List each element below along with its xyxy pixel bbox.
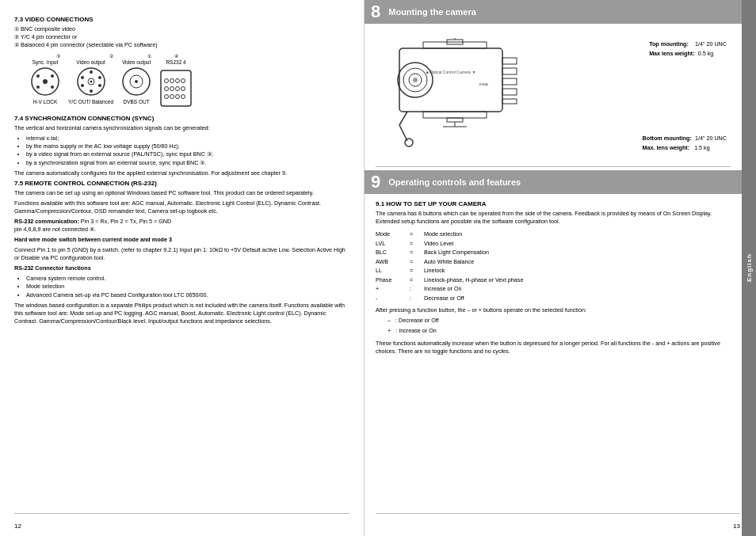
section-75: 7.5 REMOTE CONTROL CONNECTION (RS-232) T… xyxy=(14,180,349,325)
svg-point-38 xyxy=(413,78,418,82)
page-number-right: 13 xyxy=(733,523,740,530)
left-page: 7.3 VIDEO CONNECTIONS ① BNC composite vi… xyxy=(0,0,365,536)
connector-title: RS-232 Connector functions xyxy=(14,264,349,272)
plus-desc: + : Increase or On xyxy=(388,327,731,335)
svg-rect-43 xyxy=(502,99,517,104)
controls-row-mode: Mode = Mode selection xyxy=(376,230,731,239)
svg-text:■ Optical Control Camera ▼: ■ Optical Control Camera ▼ xyxy=(426,70,476,74)
english-language-tab: English xyxy=(742,0,756,536)
svg-point-22 xyxy=(181,79,185,83)
section-8-content: ■ Optical Control Camera ▼ 1080A Top mou… xyxy=(365,30,742,163)
section-74: 7.4 SYNCHRONIZATION CONNECTION (SYNC) Th… xyxy=(14,115,349,177)
auto-increase-text: These functions automatically increase w… xyxy=(376,340,731,355)
svg-point-9 xyxy=(81,76,84,79)
svg-point-21 xyxy=(176,79,180,83)
svg-point-5 xyxy=(51,86,54,89)
section-73: 7.3 VIDEO CONNECTIONS ① BNC composite vi… xyxy=(14,16,349,49)
page-number-left: 12 xyxy=(14,523,21,530)
svg-text:1080A: 1080A xyxy=(479,82,488,86)
section-74-body1: The vertical and horizontal camera synch… xyxy=(14,124,349,132)
controls-table: Mode = Mode selection LVL = Video Level … xyxy=(376,230,731,302)
svg-rect-42 xyxy=(502,89,517,95)
section-73-title: 7.3 VIDEO CONNECTIONS xyxy=(14,16,349,23)
svg-point-23 xyxy=(165,87,169,91)
section-75-body2: Functions available with this software t… xyxy=(14,200,349,215)
section-91-intro: The camera has 8 buttons which can be op… xyxy=(376,210,731,226)
camera-illustration: ■ Optical Control Camera ▼ 1080A xyxy=(376,38,542,150)
section-9-content: 9.1 HOW TO SET UP YOUR CAMERA The camera… xyxy=(365,200,742,364)
right-content: 8 Mounting the camera xyxy=(365,0,742,536)
svg-point-11 xyxy=(81,84,84,87)
section-9-title: Operating controls and features xyxy=(388,177,521,187)
video-output1-diagram: ② Video output Y/C OUT/ Balanced xyxy=(68,53,113,105)
hard-wire-body: Connect Pin 1 to pin 5 (GND) by a switch… xyxy=(14,246,349,262)
video-output2-diagram: ① Video output DVBS OUT xyxy=(121,53,151,105)
section-73-items: ① BNC composite video ② Y/C 4 pin connec… xyxy=(14,25,349,49)
right-page: 8 Mounting the camera xyxy=(365,0,756,536)
controls-row-plus: + : Increase or On xyxy=(376,284,731,294)
svg-point-4 xyxy=(36,86,40,89)
svg-rect-48 xyxy=(447,118,463,122)
svg-rect-41 xyxy=(502,78,517,85)
right-bottom-divider xyxy=(376,513,740,514)
sync-input-diagram: ③ Sync. Input H-V LOCK xyxy=(30,53,60,105)
svg-point-17 xyxy=(135,80,138,83)
svg-point-10 xyxy=(98,76,101,79)
svg-point-2 xyxy=(36,74,40,78)
section-91-title: 9.1 HOW TO SET UP YOUR CAMERA xyxy=(376,200,731,207)
section-8-number: 8 xyxy=(371,3,380,21)
svg-rect-47 xyxy=(423,112,487,118)
svg-point-27 xyxy=(165,95,169,99)
svg-point-25 xyxy=(176,87,180,91)
section-74-list: internal x-tal; by the mains supply or t… xyxy=(22,135,349,166)
svg-line-45 xyxy=(399,125,407,141)
section-75-title: 7.5 REMOTE CONTROL CONNECTION (RS-232) xyxy=(14,180,349,187)
svg-point-14 xyxy=(90,89,93,93)
after-press-text: After pressing a function button, the – … xyxy=(376,306,731,314)
connector-list: Camera system remote control. Mode selec… xyxy=(22,275,349,298)
svg-rect-40 xyxy=(502,68,517,74)
svg-point-19 xyxy=(165,79,169,83)
section-9-number: 9 xyxy=(371,173,380,191)
rs232-comm: RS-232 communication: Pin 3 = Rx, Pin 2 … xyxy=(14,218,349,234)
section-75-body1: The camera can be set up using an option… xyxy=(14,189,349,197)
section-74-body2: The camera automatically configures for … xyxy=(14,169,349,177)
svg-point-46 xyxy=(405,139,413,146)
mid-divider xyxy=(376,166,731,167)
section-74-title: 7.4 SYNCHRONIZATION CONNECTION (SYNC) xyxy=(14,115,349,122)
svg-point-28 xyxy=(170,95,174,99)
svg-point-29 xyxy=(176,95,180,99)
bottom-mounting-info: Bottom mounting: 1/4" 20 UNC Max. lens w… xyxy=(643,134,727,153)
svg-rect-31 xyxy=(423,42,487,48)
controls-row-awb: AWB = Auto White Balance xyxy=(376,257,731,267)
hard-wire-title: Hard wire mode switch between current mo… xyxy=(14,236,349,244)
svg-point-12 xyxy=(98,84,101,87)
svg-point-20 xyxy=(170,79,174,83)
controls-row-ll: LL = Linelock xyxy=(376,266,731,276)
mounting-diagram-area: ■ Optical Control Camera ▼ 1080A Top mou… xyxy=(376,30,731,157)
controls-row-blc: BLC = Back Light Compensation xyxy=(376,248,731,257)
controls-row-minus: - : Decrease or Off xyxy=(376,294,731,303)
left-bottom-divider xyxy=(14,513,349,514)
controls-row-phase: Phase = Linelock-phase, H-phase or Vext … xyxy=(376,276,731,285)
top-mounting-info: Top mounting: 1/4" 20 UNC Max lens weigh… xyxy=(649,40,727,59)
section-9-header: 9 Operating controls and features xyxy=(365,170,742,194)
svg-point-1 xyxy=(43,79,48,84)
svg-rect-39 xyxy=(502,58,517,64)
controls-row-lvl: LVL = Video Level xyxy=(376,239,731,249)
svg-point-24 xyxy=(170,87,174,91)
svg-point-13 xyxy=(90,70,93,74)
svg-point-26 xyxy=(181,87,185,91)
svg-point-8 xyxy=(90,81,92,83)
svg-point-3 xyxy=(51,74,54,78)
windows-body: The windows based configuration is a sep… xyxy=(14,302,349,325)
svg-line-44 xyxy=(399,112,407,125)
minus-desc: – : Decrease or Off xyxy=(388,317,731,325)
connector-diagrams: ③ Sync. Input H-V LOCK ② Video output xyxy=(14,53,349,111)
rs232-diagram: ④ RS232 4 xyxy=(159,53,193,111)
section-8-header: 8 Mounting the camera xyxy=(365,0,742,24)
svg-point-30 xyxy=(181,95,185,99)
section-8-title: Mounting the camera xyxy=(388,7,476,17)
